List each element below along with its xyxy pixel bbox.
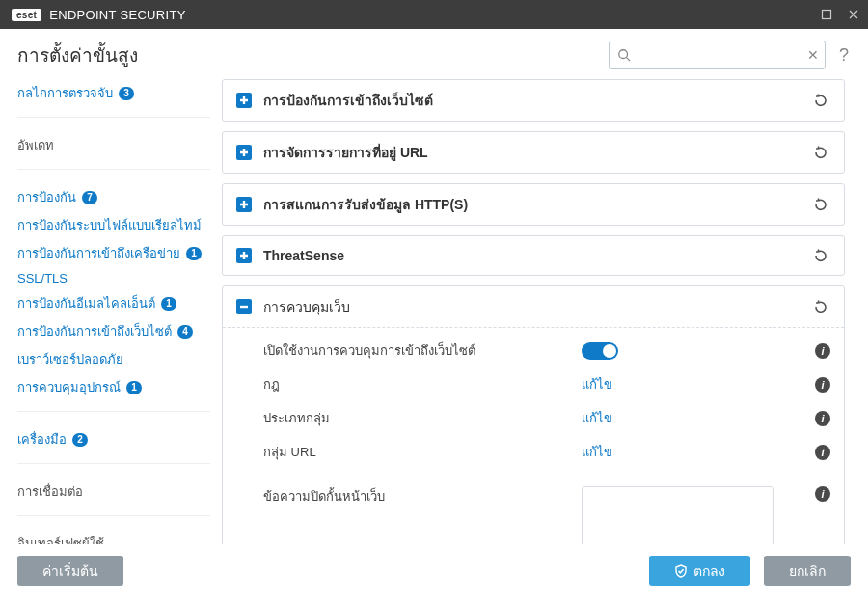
sidebar-item-label: เบราว์เซอร์ปลอดภัย <box>17 349 123 369</box>
sidebar-item-label: อินเทอร์เฟซผู้ใช้ <box>17 533 104 544</box>
info-icon[interactable]: i <box>815 343 830 359</box>
panel-threatsense: ThreatSense <box>222 235 845 276</box>
sidebar-item-label: การป้องกันอีเมลไคลเอ็นต์ <box>17 293 155 313</box>
sidebar-item-connection[interactable]: การเชื่อมต่อ <box>17 477 210 505</box>
panel-https-scan: การสแกนการรับส่งข้อมูล HTTP(S) <box>222 183 845 226</box>
sidebar-badge: 1 <box>126 381 142 394</box>
panel-web-access-protection: การป้องกันการเข้าถึงเว็บไซต์ <box>222 79 845 122</box>
setting-row-rules: กฎ แก้ไข i <box>263 367 830 401</box>
sidebar-item-label: กลไกการตรวจจับ <box>17 83 113 103</box>
brand-badge: eset <box>12 9 41 21</box>
info-icon[interactable]: i <box>815 486 830 502</box>
collapse-icon <box>236 299 252 314</box>
panel-reset-button[interactable] <box>811 195 830 214</box>
sidebar-badge: 7 <box>82 191 97 204</box>
titlebar: eset ENDPOINT SECURITY <box>0 0 868 29</box>
panel-title: การควบคุมเว็บ <box>263 296 350 317</box>
panel-title: การสแกนการรับส่งข้อมูล HTTP(S) <box>263 194 468 215</box>
sidebar-item-label: SSL/TLS <box>17 271 68 285</box>
default-button[interactable]: ค่าเริ่มต้น <box>17 556 123 586</box>
setting-label: กฎ <box>263 374 582 394</box>
panel-header[interactable]: การควบคุมเว็บ <box>223 286 844 328</box>
setting-label: ข้อความปิดกั้นหน้าเว็บ <box>263 486 582 506</box>
search-input[interactable] <box>610 41 825 68</box>
panel-reset-button[interactable] <box>811 91 830 110</box>
info-icon[interactable]: i <box>815 377 830 393</box>
help-button[interactable]: ? <box>835 45 853 66</box>
panel-url-list-management: การจัดการรายการที่อยู่ URL <box>222 131 845 174</box>
panel-title: การป้องกันการเข้าถึงเว็บไซต์ <box>263 90 433 111</box>
info-icon[interactable]: i <box>815 411 830 426</box>
shield-check-icon <box>674 564 688 578</box>
setting-label: เปิดใช้งานการควบคุมการเข้าถึงเว็บไซต์ <box>263 340 582 361</box>
edit-rules-link[interactable]: แก้ไข <box>582 374 612 394</box>
panel-reset-button[interactable] <box>811 246 830 265</box>
panel-reset-button[interactable] <box>811 143 830 162</box>
footer: ค่าเริ่มต้น ตกลง ยกเลิก <box>0 544 868 598</box>
search-box[interactable]: ✕ <box>609 41 826 69</box>
setting-row-block-message: ข้อความปิดกั้นหน้าเว็บ i <box>263 469 830 544</box>
setting-row-url-groups: กลุ่ม URL แก้ไข i <box>263 435 830 469</box>
sidebar-item-label: การเชื่อมต่อ <box>17 481 83 502</box>
toggle-enable-web-control[interactable] <box>582 342 618 360</box>
sidebar-item-label: เครื่องมือ <box>17 429 67 449</box>
main-content: การป้องกันการเข้าถึงเว็บไซต์ การจัดการรา… <box>210 75 868 544</box>
sidebar-item-label: การควบคุมอุปกรณ์ <box>17 377 121 397</box>
sidebar-item-secure-browser[interactable]: เบราว์เซอร์ปลอดภัย <box>17 345 210 373</box>
sidebar-item-network-access[interactable]: การป้องกันการเข้าถึงเครือข่าย 1 <box>17 239 210 267</box>
panel-body: เปิดใช้งานการควบคุมการเข้าถึงเว็บไซต์ i … <box>223 328 844 544</box>
product-name: ENDPOINT SECURITY <box>49 8 185 22</box>
edit-url-groups-link[interactable]: แก้ไข <box>582 442 612 462</box>
svg-rect-0 <box>823 11 831 19</box>
page-title: การตั้งค่าขั้นสูง <box>17 41 138 69</box>
header: การตั้งค่าขั้นสูง ✕ ? <box>0 29 868 75</box>
expand-icon <box>236 197 252 212</box>
panel-reset-button[interactable] <box>811 297 830 316</box>
sidebar-item-web-access[interactable]: การป้องกันการเข้าถึงเว็บไซต์ 4 <box>17 317 210 345</box>
sidebar-item-realtime-fs[interactable]: การป้องกันระบบไฟล์แบบเรียลไทม์ <box>17 211 210 239</box>
titlebar-brand: eset ENDPOINT SECURITY <box>12 8 186 22</box>
panel-header[interactable]: การจัดการรายการที่อยู่ URL <box>223 132 844 173</box>
panel-header[interactable]: การป้องกันการเข้าถึงเว็บไซต์ <box>223 80 844 121</box>
setting-row-enable-web-control: เปิดใช้งานการควบคุมการเข้าถึงเว็บไซต์ i <box>263 334 830 367</box>
sidebar-item-label: อัพเดท <box>17 135 54 155</box>
expand-icon <box>236 248 252 263</box>
window-maximize-button[interactable] <box>820 8 833 21</box>
body: กลไกการตรวจจับ 3 อัพเดท การป้องกัน 7 การ… <box>0 75 868 544</box>
window-controls <box>820 8 860 21</box>
header-right: ✕ ? <box>609 41 853 69</box>
search-icon <box>617 48 631 62</box>
sidebar-item-email-client[interactable]: การป้องกันอีเมลไคลเอ็นต์ 1 <box>17 289 210 317</box>
setting-label: ประเภทกลุ่ม <box>263 408 582 428</box>
setting-label: กลุ่ม URL <box>263 442 582 462</box>
window-close-button[interactable] <box>847 8 860 21</box>
sidebar-badge: 1 <box>161 297 176 311</box>
sidebar-item-label: การป้องกันการเข้าถึงเว็บไซต์ <box>17 321 172 341</box>
expand-icon <box>236 93 252 108</box>
panel-header[interactable]: ThreatSense <box>223 236 844 275</box>
panel-title: ThreatSense <box>263 248 344 263</box>
sidebar-item-label: การป้องกันระบบไฟล์แบบเรียลไทม์ <box>17 215 202 235</box>
setting-row-category-groups: ประเภทกลุ่ม แก้ไข i <box>263 401 830 435</box>
sidebar-item-tools[interactable]: เครื่องมือ 2 <box>17 425 210 453</box>
info-icon[interactable]: i <box>815 445 830 460</box>
ok-button[interactable]: ตกลง <box>649 556 750 586</box>
sidebar-item-device-control[interactable]: การควบคุมอุปกรณ์ 1 <box>17 373 210 401</box>
cancel-button[interactable]: ยกเลิก <box>764 556 851 586</box>
sidebar-item-ui[interactable]: อินเทอร์เฟซผู้ใช้ <box>17 530 210 544</box>
sidebar-item-ssl-tls[interactable]: SSL/TLS <box>17 267 210 289</box>
sidebar-badge: 2 <box>72 433 88 447</box>
sidebar-item-label: การป้องกัน <box>17 187 76 207</box>
sidebar-item-detection-engine[interactable]: กลไกการตรวจจับ 3 <box>17 79 210 107</box>
search-clear-icon[interactable]: ✕ <box>807 48 819 62</box>
panel-title: การจัดการรายการที่อยู่ URL <box>263 142 428 163</box>
block-message-textarea[interactable] <box>582 486 774 544</box>
expand-icon <box>236 145 252 160</box>
edit-category-groups-link[interactable]: แก้ไข <box>582 408 612 428</box>
sidebar-badge: 1 <box>186 247 202 260</box>
panel-header[interactable]: การสแกนการรับส่งข้อมูล HTTP(S) <box>223 184 844 225</box>
sidebar: กลไกการตรวจจับ 3 อัพเดท การป้องกัน 7 การ… <box>0 75 210 544</box>
sidebar-item-update[interactable]: อัพเดท <box>17 131 210 159</box>
sidebar-badge: 4 <box>177 325 193 339</box>
sidebar-item-protection[interactable]: การป้องกัน 7 <box>17 183 210 211</box>
